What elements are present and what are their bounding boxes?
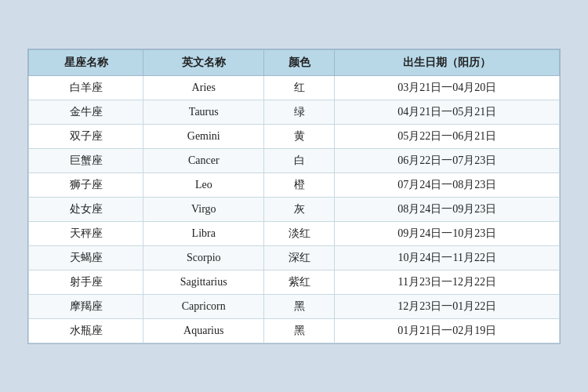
cell-chinese-name: 双子座 bbox=[29, 124, 143, 148]
table-row: 白羊座Aries红03月21日一04月20日 bbox=[29, 75, 560, 100]
cell-dates: 06月22日一07月23日 bbox=[335, 148, 560, 172]
cell-english-name: Taurus bbox=[143, 100, 264, 124]
table-row: 狮子座Leo橙07月24日一08月23日 bbox=[29, 172, 560, 197]
cell-english-name: Aries bbox=[143, 75, 264, 100]
cell-english-name: Virgo bbox=[143, 197, 264, 221]
cell-chinese-name: 处女座 bbox=[29, 197, 143, 221]
cell-chinese-name: 天蝎座 bbox=[29, 245, 143, 270]
cell-color: 黑 bbox=[264, 294, 335, 318]
table-row: 双子座Gemini黄05月22日一06月21日 bbox=[29, 124, 560, 148]
cell-english-name: Sagittarius bbox=[143, 270, 264, 294]
cell-color: 白 bbox=[264, 148, 335, 172]
table-row: 处女座Virgo灰08月24日一09月23日 bbox=[29, 197, 560, 221]
cell-chinese-name: 巨蟹座 bbox=[29, 148, 143, 172]
cell-english-name: Libra bbox=[143, 221, 264, 245]
table-row: 摩羯座Capricorn黑12月23日一01月22日 bbox=[29, 294, 560, 318]
header-dates: 出生日期（阳历） bbox=[335, 49, 560, 75]
cell-color: 深红 bbox=[264, 245, 335, 270]
cell-dates: 10月24日一11月22日 bbox=[335, 245, 560, 270]
cell-color: 黑 bbox=[264, 318, 335, 343]
header-chinese-name: 星座名称 bbox=[29, 49, 143, 75]
cell-dates: 07月24日一08月23日 bbox=[335, 172, 560, 197]
cell-dates: 03月21日一04月20日 bbox=[335, 75, 560, 100]
table-row: 天蝎座Scorpio深红10月24日一11月22日 bbox=[29, 245, 560, 270]
cell-color: 灰 bbox=[264, 197, 335, 221]
cell-dates: 04月21日一05月21日 bbox=[335, 100, 560, 124]
cell-english-name: Aquarius bbox=[143, 318, 264, 343]
cell-english-name: Scorpio bbox=[143, 245, 264, 270]
cell-color: 绿 bbox=[264, 100, 335, 124]
table-row: 天秤座Libra淡红09月24日一10月23日 bbox=[29, 221, 560, 245]
cell-english-name: Capricorn bbox=[143, 294, 264, 318]
cell-chinese-name: 白羊座 bbox=[29, 75, 143, 100]
table-row: 射手座Sagittarius紫红11月23日一12月22日 bbox=[29, 270, 560, 294]
cell-color: 淡红 bbox=[264, 221, 335, 245]
table-header-row: 星座名称 英文名称 颜色 出生日期（阳历） bbox=[29, 49, 560, 75]
header-color: 颜色 bbox=[264, 49, 335, 75]
cell-dates: 11月23日一12月22日 bbox=[335, 270, 560, 294]
header-english-name: 英文名称 bbox=[143, 49, 264, 75]
cell-english-name: Leo bbox=[143, 172, 264, 197]
table-row: 水瓶座Aquarius黑01月21日一02月19日 bbox=[29, 318, 560, 343]
cell-english-name: Gemini bbox=[143, 124, 264, 148]
cell-chinese-name: 天秤座 bbox=[29, 221, 143, 245]
table-row: 巨蟹座Cancer白06月22日一07月23日 bbox=[29, 148, 560, 172]
cell-color: 紫红 bbox=[264, 270, 335, 294]
zodiac-table: 星座名称 英文名称 颜色 出生日期（阳历） 白羊座Aries红03月21日一04… bbox=[28, 49, 560, 343]
zodiac-table-container: 星座名称 英文名称 颜色 出生日期（阳历） 白羊座Aries红03月21日一04… bbox=[27, 49, 561, 344]
cell-dates: 09月24日一10月23日 bbox=[335, 221, 560, 245]
cell-color: 黄 bbox=[264, 124, 335, 148]
table-body: 白羊座Aries红03月21日一04月20日金牛座Taurus绿04月21日一0… bbox=[29, 75, 560, 343]
cell-dates: 12月23日一01月22日 bbox=[335, 294, 560, 318]
cell-dates: 08月24日一09月23日 bbox=[335, 197, 560, 221]
cell-dates: 01月21日一02月19日 bbox=[335, 318, 560, 343]
cell-color: 橙 bbox=[264, 172, 335, 197]
cell-chinese-name: 水瓶座 bbox=[29, 318, 143, 343]
table-row: 金牛座Taurus绿04月21日一05月21日 bbox=[29, 100, 560, 124]
cell-color: 红 bbox=[264, 75, 335, 100]
cell-chinese-name: 射手座 bbox=[29, 270, 143, 294]
cell-chinese-name: 摩羯座 bbox=[29, 294, 143, 318]
cell-english-name: Cancer bbox=[143, 148, 264, 172]
cell-chinese-name: 狮子座 bbox=[29, 172, 143, 197]
cell-chinese-name: 金牛座 bbox=[29, 100, 143, 124]
cell-dates: 05月22日一06月21日 bbox=[335, 124, 560, 148]
